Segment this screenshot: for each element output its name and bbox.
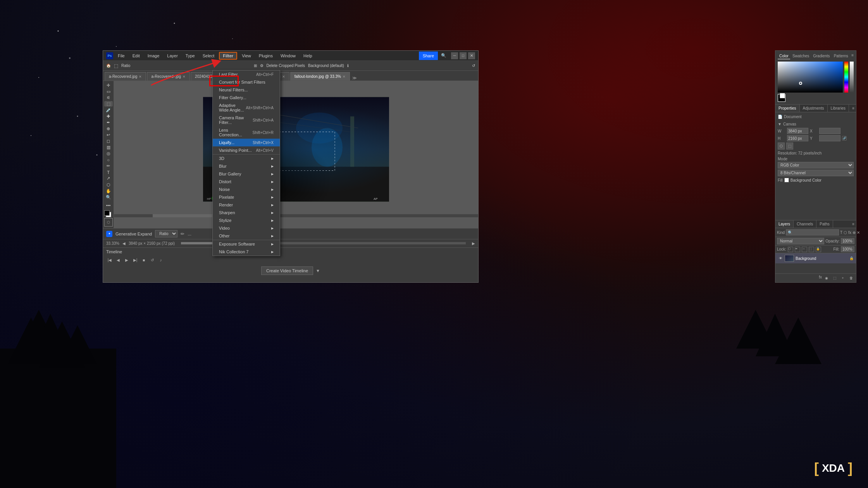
mode-dropdown[interactable]: RGB Color: [778, 162, 854, 168]
menu-image[interactable]: Image: [145, 53, 163, 59]
filter-liquify[interactable]: Liquify... Shift+Ctrl+X: [213, 139, 280, 146]
chain-link-icon[interactable]: 🔗: [842, 136, 847, 141]
nav-prev[interactable]: ◀: [122, 241, 126, 246]
clone-tool[interactable]: ⊕: [104, 126, 113, 131]
nav-controls[interactable]: ▶: [472, 241, 475, 246]
move-tool[interactable]: ✛: [104, 82, 113, 88]
layer-icon-2[interactable]: fx: [848, 230, 851, 235]
menu-plugins[interactable]: Plugins: [256, 53, 276, 59]
new-group-btn[interactable]: ⬚: [831, 275, 838, 281]
edit-icon[interactable]: ✏: [181, 231, 184, 237]
new-fill-btn[interactable]: ◉: [823, 275, 830, 281]
y-input[interactable]: [819, 135, 840, 141]
pen-tool[interactable]: ✏: [104, 163, 113, 169]
tab-channels[interactable]: Channels: [794, 220, 816, 228]
settings-icon[interactable]: ⚙: [260, 64, 264, 68]
filter-nik-collection[interactable]: Nik Collection 7 ▶: [213, 248, 280, 256]
canvas-icon-2[interactable]: ⬚: [786, 143, 793, 149]
timeline-first[interactable]: |◀: [106, 256, 113, 263]
eraser-tool[interactable]: ◻: [104, 139, 113, 144]
hue-slider[interactable]: [844, 62, 848, 93]
layers-search-input[interactable]: [786, 229, 839, 235]
x-input[interactable]: [819, 128, 840, 134]
tab-paths[interactable]: Paths: [816, 220, 833, 228]
timeline-stop[interactable]: ■: [140, 256, 147, 263]
timeline-prev[interactable]: ◀: [115, 256, 122, 263]
more-options-icon[interactable]: ...: [188, 231, 191, 237]
timeline-next[interactable]: ▶|: [132, 256, 139, 263]
filter-3d[interactable]: 3D ▶: [213, 154, 280, 162]
tab-close-0[interactable]: ✕: [139, 75, 142, 79]
zoom-tool[interactable]: 🔍: [104, 194, 113, 200]
horizontal-scrollbar[interactable]: [114, 214, 478, 217]
canvas-icon-1[interactable]: ⬡: [778, 143, 785, 149]
fill-color-swatch[interactable]: [784, 178, 789, 182]
create-video-button[interactable]: Create Video Timeline: [261, 266, 313, 275]
tab-adjustments[interactable]: Adjustments: [800, 105, 828, 112]
filter-convert-smart[interactable]: Convert for Smart Filters: [213, 78, 280, 86]
menu-file[interactable]: File: [115, 53, 128, 59]
text-tool[interactable]: T: [104, 170, 113, 175]
bits-dropdown[interactable]: 8 Bits/Channel: [778, 170, 854, 176]
layer-icon-3[interactable]: ⊕: [852, 230, 856, 235]
timeline-expand-icon[interactable]: ▼: [316, 268, 320, 273]
lock-transparent-btn[interactable]: ⬡: [788, 247, 793, 252]
heal-tool[interactable]: ✚: [104, 113, 113, 119]
foreground-bg-swatches[interactable]: [778, 94, 785, 102]
shape-tool[interactable]: ⬡: [104, 182, 113, 187]
tab-patterns[interactable]: Patterns: [832, 53, 850, 59]
tab-layers[interactable]: Layers: [775, 220, 794, 228]
delete-layer-btn[interactable]: 🗑: [847, 275, 854, 281]
blur-tool[interactable]: ◎: [104, 151, 113, 156]
filter-render[interactable]: Render ▶: [213, 201, 280, 209]
filter-stylize[interactable]: Stylize ▶: [213, 217, 280, 224]
foreground-color-swatch[interactable]: [104, 210, 113, 216]
crop-tool[interactable]: ⬚: [104, 101, 113, 107]
more-tabs-icon[interactable]: ≫: [352, 76, 357, 81]
filter-pixelate[interactable]: Pixelate ▶: [213, 193, 280, 201]
layer-options[interactable]: T: [840, 230, 842, 235]
tab-recovered2[interactable]: a-Recovered-.jpg ✕: [147, 72, 190, 81]
filter-last-filter[interactable]: Last Filter Alt+Ctrl+F: [213, 70, 280, 78]
menu-filter[interactable]: Filter: [219, 52, 237, 60]
filter-distort[interactable]: Distort ▶: [213, 178, 280, 186]
layers-menu-icon[interactable]: ≡: [851, 220, 856, 228]
new-layer-btn[interactable]: +: [839, 275, 846, 281]
quick-mask-btn[interactable]: ⬡: [104, 218, 113, 227]
tab-swatches[interactable]: Swatches: [791, 53, 811, 59]
lock-pixels-btn[interactable]: ✒: [795, 247, 800, 252]
tab-recovered[interactable]: a-Recovered.jpg ✕: [105, 72, 146, 81]
filter-gallery[interactable]: Filter Gallery...: [213, 94, 280, 101]
close-button[interactable]: ✕: [468, 52, 475, 59]
filter-sharpen[interactable]: Sharpen ▶: [213, 209, 280, 217]
width-input[interactable]: [787, 128, 808, 134]
layer-icon-4[interactable]: ✕: [857, 230, 860, 235]
filter-video[interactable]: Video ▶: [213, 224, 280, 232]
lasso-tool[interactable]: ⚟: [104, 95, 113, 100]
filter-blur-gallery[interactable]: Blur Gallery ▶: [213, 170, 280, 178]
menu-edit[interactable]: Edit: [129, 53, 143, 59]
tab-gradients[interactable]: Gradients: [811, 53, 831, 59]
alpha-slider[interactable]: [850, 62, 854, 93]
filter-noise[interactable]: Noise ▶: [213, 186, 280, 193]
dodge-tool[interactable]: ○: [104, 157, 113, 163]
eyedropper-tool[interactable]: 💉: [104, 107, 113, 113]
menu-window[interactable]: Window: [277, 53, 299, 59]
tab-libraries[interactable]: Libraries: [828, 105, 849, 112]
lock-artboard-btn[interactable]: ⬚: [809, 247, 814, 252]
layer-item-background[interactable]: 👁 Background 🔒: [775, 253, 856, 263]
minimize-button[interactable]: ─: [451, 52, 458, 59]
more-tools[interactable]: •••: [104, 203, 113, 208]
opacity-input[interactable]: [841, 238, 854, 244]
color-gradient-area[interactable]: [778, 62, 843, 93]
timeline-audio[interactable]: ♪: [157, 256, 164, 263]
selection-tool[interactable]: ▭: [104, 89, 113, 94]
lock-position-btn[interactable]: ↔: [802, 247, 807, 252]
menu-type[interactable]: Type: [183, 53, 198, 59]
filter-adaptive[interactable]: Adaptive Wide Angle... Alt+Shift+Ctrl+A: [213, 101, 280, 114]
lock-all-btn[interactable]: 🔒: [816, 247, 821, 252]
tab-color[interactable]: Color: [778, 53, 790, 59]
tab-properties[interactable]: Properties: [775, 105, 800, 112]
height-input[interactable]: [787, 135, 808, 141]
filter-lens-correction[interactable]: Lens Correction... Shift+Ctrl+R: [213, 126, 280, 139]
